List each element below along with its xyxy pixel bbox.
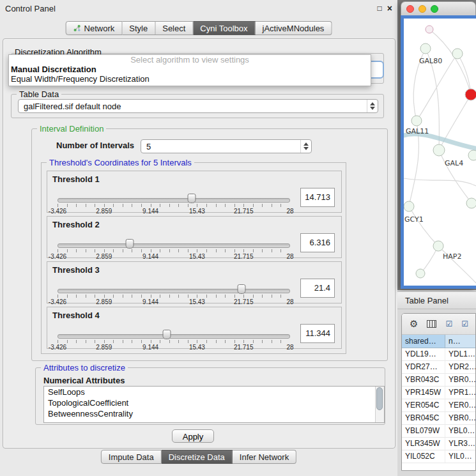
table-row[interactable]: YLR345WYLR3… (402, 438, 475, 450)
threshold-2-value-field[interactable]: 6.316 (300, 233, 335, 252)
threshold-1-slider[interactable]: -3.426 2.859 9.144 15.43 21.715 28 (58, 190, 290, 213)
slider-track[interactable] (58, 198, 290, 203)
scale-label: 21.715 (234, 253, 254, 260)
slider-scale: -3.426 2.859 9.144 15.43 21.715 28 (58, 344, 290, 350)
scale-label: 2.859 (96, 298, 112, 305)
threshold-1-value-field[interactable]: 14.713 (300, 188, 335, 207)
slider-handle[interactable] (163, 330, 171, 339)
cell: YBR043C (402, 374, 445, 386)
slider-scale: -3.426 2.859 9.144 15.43 21.715 28 (58, 298, 290, 305)
attributes-to-discretize-group: Attributes to discretize Numerical Attri… (35, 367, 385, 425)
close-window-icon[interactable]: × (387, 3, 392, 13)
threshold-2-slider[interactable]: -3.426 2.859 9.144 15.43 21.715 28 (58, 236, 290, 259)
list-item[interactable]: BetweennessCentrality (44, 408, 384, 419)
select-rows-checkbox-icon[interactable]: ☑ (461, 319, 468, 328)
numerical-attributes-list[interactable]: SelfLoops TopologicalCoefficient Between… (43, 386, 385, 423)
table-row[interactable]: YPR145WYPR1… (402, 387, 475, 399)
tab-select[interactable]: Select (155, 21, 193, 35)
network-node[interactable] (466, 198, 476, 208)
list-item[interactable]: SelfLoops (44, 387, 384, 397)
cell: YER0… (445, 399, 475, 411)
tab-jactivemnodules[interactable]: jActiveMNodules (256, 21, 332, 35)
table-row[interactable]: YER054CYER0… (402, 399, 475, 412)
tab-infer-network[interactable]: Infer Network (233, 450, 296, 464)
thresholds-coordinates-group: Threshold's Coordinates for 5 Intervals … (41, 162, 346, 354)
scale-label: -3.426 (49, 344, 66, 351)
threshold-4-slider[interactable]: -3.426 2.859 9.144 15.43 21.715 28 (58, 326, 290, 349)
slider-handle[interactable] (125, 239, 134, 249)
column-header-name[interactable]: n… (445, 335, 475, 348)
columns-icon[interactable] (427, 320, 436, 328)
cell: YPR145W (402, 387, 445, 399)
threshold-3-value-field[interactable]: 21.4 (300, 279, 335, 298)
close-traffic-light[interactable] (406, 5, 414, 13)
list-item[interactable]: TopologicalCoefficient (44, 397, 384, 408)
tab-cyni-toolbox[interactable]: Cyni Toolbox (193, 21, 255, 35)
apply-button[interactable]: Apply (172, 429, 214, 443)
zoom-traffic-light[interactable] (431, 5, 438, 13)
network-window-titlebar[interactable] (401, 1, 476, 15)
table-row[interactable]: YBR045CYBR0… (402, 412, 475, 425)
table-row[interactable]: YDR27…YDR2… (402, 361, 475, 374)
network-canvas[interactable]: GAL80 GAL11 GAL4 GCY1 HAP2 (404, 19, 476, 286)
settings-gear-icon[interactable]: ⚙ (410, 318, 418, 330)
network-node[interactable] (416, 269, 425, 278)
scrollbar-thumb[interactable] (376, 387, 383, 410)
scale-label: 28 (286, 298, 293, 305)
slider-handle[interactable] (237, 284, 245, 294)
dropdown-prompt: Select algorithm to view settings (9, 55, 371, 65)
table-data-combobox[interactable]: galFiltered.sif default node (18, 99, 378, 113)
right-region: GAL80 GAL11 GAL4 GCY1 HAP2 Table Panel ⚙… (397, 0, 476, 476)
cell: YIL0… (445, 450, 475, 463)
algorithm-dropdown-popup: Select algorithm to view settings Manual… (8, 54, 371, 86)
column-header-shared-name[interactable]: shared… (402, 335, 445, 348)
slider-track[interactable] (58, 243, 290, 248)
tab-label: Cyni Toolbox (200, 24, 247, 33)
window-buttons: □ × (378, 3, 392, 13)
table-panel-window: ⚙ ☑ ☑ shared… n… YDL19…YDL1… YDR27…YDR2…… (401, 313, 476, 471)
select-all-checkbox-icon[interactable]: ☑ (445, 319, 452, 328)
scale-label: 15.43 (189, 208, 205, 215)
cell: YLR345W (402, 438, 445, 450)
table-row[interactable]: YDL19…YDL1… (402, 348, 475, 361)
float-window-icon[interactable]: □ (378, 4, 382, 13)
network-node[interactable] (404, 201, 414, 211)
table-row[interactable]: YIL052CYIL0… (402, 450, 475, 463)
scale-label: 2.859 (96, 344, 112, 351)
list-scrollbar[interactable] (375, 387, 384, 422)
threshold-4-value-field[interactable]: 11.344 (300, 324, 335, 343)
combobox-stepper-icon[interactable] (300, 140, 311, 153)
slider-track[interactable] (58, 334, 290, 339)
tab-discretize-data[interactable]: Discretize Data (162, 450, 233, 464)
tab-style[interactable]: Style (122, 21, 155, 35)
threshold-3-slider[interactable]: -3.426 2.859 9.144 15.43 21.715 28 (58, 281, 290, 304)
table-row[interactable]: YBR043CYBR0… (402, 374, 475, 387)
node-label: GAL4 (445, 159, 463, 167)
slider-track[interactable] (58, 289, 290, 293)
dropdown-option-manual-discretization[interactable]: Manual Discretization (9, 65, 371, 74)
network-node-selected[interactable] (465, 89, 476, 100)
scale-label: -3.426 (49, 298, 66, 305)
scale-label: 15.43 (189, 344, 205, 351)
network-node[interactable] (468, 150, 476, 160)
number-of-intervals-combobox[interactable]: 5 (141, 139, 312, 153)
scale-label: 21.715 (234, 208, 254, 215)
dropdown-option-equal-width-frequency[interactable]: Equal Width/Frequency Discretization (9, 74, 371, 84)
network-graph: GAL80 GAL11 GAL4 GCY1 HAP2 (404, 19, 476, 286)
minimize-traffic-light[interactable] (418, 5, 426, 13)
table-data-group: Table Data galFiltered.sif default node (11, 94, 384, 118)
slider-ticks (58, 340, 290, 343)
tab-impute-data[interactable]: Impute Data (101, 450, 162, 464)
slider-handle[interactable] (188, 194, 196, 203)
table-row[interactable]: YBL079WYBL0… (402, 425, 475, 438)
network-node[interactable] (452, 49, 463, 59)
network-node[interactable] (426, 26, 433, 33)
network-node[interactable] (433, 241, 443, 251)
network-node[interactable] (411, 116, 422, 126)
tab-network[interactable]: Network (66, 21, 123, 35)
combobox-stepper-icon[interactable] (367, 100, 378, 112)
network-node[interactable] (433, 144, 445, 156)
table-data-group-title: Table Data (17, 89, 61, 99)
window-title: Control Panel (5, 4, 56, 13)
network-node[interactable] (420, 43, 431, 54)
